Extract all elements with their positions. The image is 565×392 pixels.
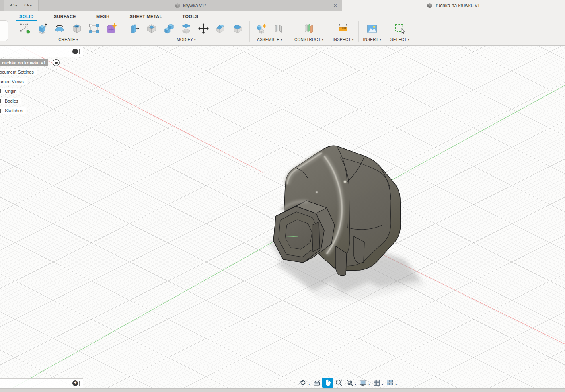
tab-mesh[interactable]: MESH [95, 13, 111, 21]
group-insert: INSERT ▾ [359, 21, 386, 42]
measure-icon[interactable] [336, 21, 350, 36]
tab-surface[interactable]: SURFACE [52, 13, 78, 21]
browser-root-label: ruchka na kruwku v1 [2, 60, 46, 65]
expand-timeline-icon[interactable]: + [72, 380, 78, 386]
hole-icon[interactable] [70, 21, 84, 36]
titlebar-left-edge [0, 0, 4, 11]
tab-tools[interactable]: TOOLS [181, 13, 200, 21]
navigation-toolbar: ▾ ▾ [298, 378, 398, 388]
chevron-down-icon: ▾ [322, 38, 323, 41]
grid-and-snaps-caret-icon[interactable]: ▾ [382, 383, 384, 386]
activate-component-radio-icon[interactable] [53, 59, 60, 66]
fit-icon[interactable] [344, 378, 355, 388]
create-form-icon[interactable] [105, 21, 118, 36]
timeline-grip-handle[interactable] [79, 381, 82, 386]
construct-plane-icon[interactable] [302, 21, 316, 36]
document-tab-label: krywka v1* [183, 3, 206, 8]
rectangular-pattern-icon[interactable] [87, 21, 101, 36]
document-tab-label: ruchka na kruwku v1 [436, 3, 480, 8]
modify-dropdown[interactable]: MODIFY ▾ [177, 37, 196, 42]
browser-item-named-views[interactable]: Named Views [0, 78, 27, 85]
revolve-icon[interactable] [53, 21, 66, 36]
create-sketch-icon[interactable] [18, 21, 32, 36]
ribbon-tabs: SOLID SURFACE MESH SHEET METAL TOOLS [18, 13, 200, 21]
undo-button[interactable]: ↶ ▾ [10, 0, 17, 11]
document-cube-icon [174, 3, 181, 8]
create-dropdown[interactable]: CREATE ▾ [58, 37, 78, 42]
joint-icon[interactable] [271, 21, 285, 36]
assemble-dropdown[interactable]: ASSEMBLE ▾ [257, 37, 282, 42]
group-create: CREATE ▾ [14, 21, 123, 42]
move-copy-icon[interactable] [197, 21, 210, 36]
display-settings-caret-icon[interactable]: ▾ [368, 383, 370, 386]
construct-dropdown[interactable]: CONSTRUCT ▾ [294, 37, 323, 42]
undo-icon: ↶ [10, 0, 15, 11]
x-axis-line-left [24, 48, 263, 173]
group-select: SELECT ▾ [386, 21, 414, 42]
fit-caret-icon[interactable]: ▾ [355, 383, 357, 386]
tab-sheet-metal[interactable]: SHEET METAL [128, 13, 164, 21]
scene-svg [0, 45, 565, 388]
shell-icon[interactable] [145, 21, 158, 36]
ribbon-overflow-panel [0, 20, 8, 41]
redo-button[interactable]: ↷ ▾ [24, 0, 32, 11]
document-tab-krywka[interactable]: krywka v1* × [38, 0, 342, 11]
ribbon-groups: CREATE ▾ [14, 21, 414, 42]
y-axis-line-left [12, 237, 281, 388]
tab-solid[interactable]: SOLID [18, 13, 35, 21]
chevron-down-icon: ▾ [352, 38, 354, 41]
group-construct: CONSTRUCT ▾ [290, 21, 328, 42]
collapse-browser-icon[interactable]: − [72, 49, 78, 54]
undo-caret-icon[interactable]: ▾ [16, 4, 17, 8]
titlebar: ↶ ▾ ↷ ▾ krywka v1* × ruchka na kruwku v1 [0, 0, 565, 11]
zoom-icon[interactable] [333, 378, 344, 388]
grid-and-snaps-icon[interactable] [371, 378, 382, 388]
browser-item-bodies[interactable]: Bodies [0, 98, 21, 104]
extrude-icon[interactable] [35, 21, 49, 36]
close-icon[interactable]: × [333, 0, 337, 11]
viewports-icon[interactable] [384, 378, 395, 388]
browser-header-bar: − [0, 46, 83, 57]
group-inspect: INSPECT ▾ [328, 21, 358, 42]
insert-dropdown[interactable]: INSERT ▾ [363, 37, 381, 42]
bottom-strip [0, 388, 565, 392]
ribbon-toolbar: SOLID SURFACE MESH SHEET METAL TOOLS [0, 11, 565, 46]
select-icon[interactable] [393, 21, 407, 36]
inspect-dropdown[interactable]: INSPECT ▾ [333, 37, 353, 42]
chevron-down-icon: ▾ [380, 38, 381, 41]
chevron-down-icon: ▾ [76, 38, 78, 41]
browser-item-sketches[interactable]: Sketches [0, 107, 26, 114]
offset-face-icon[interactable] [179, 21, 193, 36]
pan-icon[interactable] [322, 378, 333, 388]
y-axis-line-right [388, 85, 565, 182]
new-component-icon[interactable] [254, 21, 268, 36]
browser-item-document-settings[interactable]: Document Settings [0, 69, 37, 75]
orbit-icon[interactable] [298, 378, 308, 388]
redo-caret-icon[interactable]: ▾ [30, 4, 32, 8]
group-modify: MODIFY ▾ [123, 21, 250, 42]
browser-item-origin[interactable]: Origin [0, 88, 19, 94]
group-assemble: ASSEMBLE ▾ [250, 21, 290, 42]
chevron-down-icon: ▾ [408, 38, 409, 41]
orbit-caret-icon[interactable]: ▾ [308, 383, 310, 386]
chamfer-icon[interactable] [214, 21, 228, 36]
redo-icon: ↷ [24, 0, 29, 11]
browser-root-item[interactable]: ruchka na kruwku v1 [0, 59, 48, 66]
browser-grip-handle[interactable] [79, 49, 82, 54]
combine-icon[interactable] [162, 21, 176, 36]
fillet-icon[interactable] [231, 21, 245, 36]
press-pull-icon[interactable] [127, 21, 141, 36]
chevron-down-icon: ▾ [194, 38, 196, 41]
look-at-icon[interactable] [311, 378, 322, 388]
select-dropdown[interactable]: SELECT ▾ [390, 37, 410, 42]
model-body[interactable] [273, 146, 401, 276]
timeline-bar: + [0, 378, 83, 388]
display-settings-icon[interactable] [357, 378, 368, 388]
viewports-caret-icon[interactable]: ▾ [395, 383, 397, 386]
document-cube-icon [427, 3, 433, 8]
insert-image-icon[interactable] [365, 21, 379, 36]
document-tab-ruchka[interactable]: ruchka na kruwku v1 [342, 0, 565, 11]
chevron-down-icon: ▾ [281, 38, 282, 41]
